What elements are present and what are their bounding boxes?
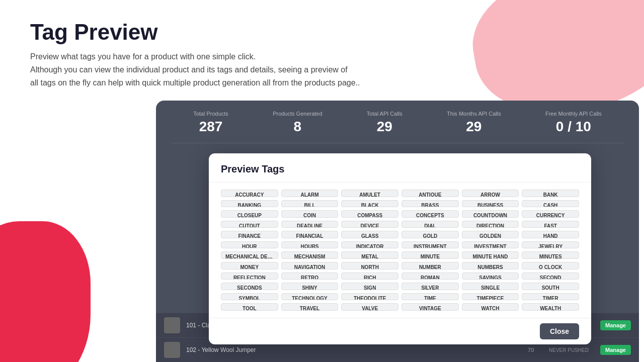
tag-chip: TIMEPIECE: [462, 293, 519, 301]
tag-chip: ARROW: [462, 190, 519, 197]
tag-chip: BILL: [281, 200, 339, 208]
stat-label: Free Monthly API Calls: [545, 111, 602, 117]
stat-label: This Months API Calls: [447, 111, 501, 117]
tag-chip: DEVICE: [341, 221, 398, 228]
row-name: 102 - Yellow Wool Jumper: [186, 346, 445, 353]
tag-chip: SOUTH: [522, 283, 579, 290]
row-thumbnail: [164, 342, 180, 358]
tag-chip: AMULET: [341, 190, 398, 197]
tag-chip: HOURS: [281, 241, 339, 249]
close-button[interactable]: Close: [540, 323, 579, 339]
tag-chip: MECHANICAL DEVICE: [221, 251, 278, 259]
tag-chip: HOUR: [221, 241, 278, 249]
tag-chip: SHINY: [281, 283, 339, 290]
tag-chip: BUSINESS: [462, 200, 519, 208]
tag-chip: COUNTDOWN: [462, 210, 519, 218]
tag-chip: MONEY: [221, 262, 278, 269]
modal-footer: Close: [209, 318, 591, 344]
tag-chip: SECONDS: [221, 283, 278, 290]
tag-chip: NUMBERS: [462, 262, 519, 269]
stat-value: 29: [367, 119, 403, 135]
modal-title: Preview Tags: [221, 163, 579, 175]
tag-chip: BRASS: [401, 200, 459, 208]
tag-chip: BLACK: [341, 200, 398, 208]
tags-grid: ACCURACYALARMAMULETANTIQUEARROWBANKBANKI…: [209, 183, 591, 318]
tag-chip: BANK: [522, 190, 579, 197]
manage-button[interactable]: Manage: [600, 320, 631, 330]
stat-label: Total Products: [193, 111, 228, 117]
tag-chip: CUTOUT: [221, 221, 278, 228]
stat-item: Total API Calls 29: [367, 111, 403, 135]
tag-chip: CURRENCY: [522, 210, 579, 218]
tag-chip: METAL: [341, 251, 398, 259]
tag-chip: SECOND: [522, 273, 579, 280]
tag-chip: TIME: [401, 293, 459, 301]
stat-item: Products Generated 8: [273, 111, 322, 135]
tag-chip: DEADLINE: [281, 221, 339, 228]
tag-chip: SINGLE: [462, 283, 519, 290]
tag-chip: NAVIGATION: [281, 262, 339, 269]
tag-chip: DIAL: [401, 221, 459, 228]
tag-chip: FAST: [522, 221, 579, 228]
tag-chip: ALARM: [281, 190, 339, 197]
tag-chip: HAND: [522, 231, 579, 238]
tag-chip: THEODOLITE: [341, 293, 398, 301]
tag-chip: GOLDEN: [462, 231, 519, 238]
row-status: NEVER PUSHED: [549, 347, 594, 353]
stats-row: Total Products 287 Products Generated 8 …: [171, 111, 624, 143]
tag-chip: MINUTES: [522, 251, 579, 259]
header-section: Tag Preview Preview what tags you have f…: [0, 0, 644, 99]
page-subtitle: Preview what tags you have for a product…: [30, 50, 382, 89]
tag-chip: FINANCIAL: [281, 231, 339, 238]
tag-chip: NUMBER: [401, 262, 459, 269]
tag-chip: DIRECTION: [462, 221, 519, 228]
tag-chip: NORTH: [341, 262, 398, 269]
tag-chip: JEWELRY: [522, 241, 579, 249]
decorative-blob-red: [0, 221, 91, 362]
stat-value: 8: [273, 119, 322, 135]
tag-chip: MINUTE HAND: [462, 251, 519, 259]
stat-item: This Months API Calls 29: [447, 111, 501, 135]
tag-chip: TRAVEL: [281, 303, 339, 311]
tag-chip: CONCEPTS: [401, 210, 459, 218]
tag-chip: GOLD: [401, 231, 459, 238]
tag-chip: INSTRUMENT: [401, 241, 459, 249]
stat-value: 287: [193, 119, 228, 135]
stat-label: Total API Calls: [367, 111, 403, 117]
manage-button[interactable]: Manage: [600, 345, 631, 355]
tag-chip: ROMAN: [401, 273, 459, 280]
tag-chip: WATCH: [462, 303, 519, 311]
tag-chip: TOOL: [221, 303, 278, 311]
tag-chip: CASH: [522, 200, 579, 208]
tag-chip: REFLECTION: [221, 273, 278, 280]
page-title: Tag Preview: [30, 20, 614, 44]
modal-header: Preview Tags: [209, 153, 591, 183]
tag-chip: ANTIQUE: [401, 190, 459, 197]
tag-chip: SAVINGS: [462, 273, 519, 280]
tag-chip: RICH: [341, 273, 398, 280]
tag-chip: COIN: [281, 210, 339, 218]
stat-item: Free Monthly API Calls 0 / 10: [545, 111, 602, 135]
row-thumbnail: [164, 317, 180, 333]
tag-chip: WEALTH: [522, 303, 579, 311]
stat-label: Products Generated: [273, 111, 322, 117]
tag-chip: SIGN: [341, 283, 398, 290]
tag-chip: VALVE: [341, 303, 398, 311]
tag-chip: MECHANISM: [281, 251, 339, 259]
tag-chip: VINTAGE: [401, 303, 459, 311]
tag-chip: FINANCE: [221, 231, 278, 238]
stat-item: Total Products 287: [193, 111, 228, 135]
tag-chip: CLOSEUP: [221, 210, 278, 218]
tag-chip: O CLOCK: [522, 262, 579, 269]
tag-chip: TIMER: [522, 293, 579, 301]
tag-chip: ACCURACY: [221, 190, 278, 197]
preview-tags-modal: Preview Tags ACCURACYALARMAMULETANTIQUEA…: [209, 153, 591, 344]
stat-value: 29: [447, 119, 501, 135]
row-num: 70: [528, 347, 543, 353]
stat-value: 0 / 10: [545, 119, 602, 135]
tag-chip: SILVER: [401, 283, 459, 290]
tag-chip: GLASS: [341, 231, 398, 238]
tag-chip: SYMBOL: [221, 293, 278, 301]
tag-chip: TECHNOLOGY: [281, 293, 339, 301]
tag-chip: RETRO: [281, 273, 339, 280]
